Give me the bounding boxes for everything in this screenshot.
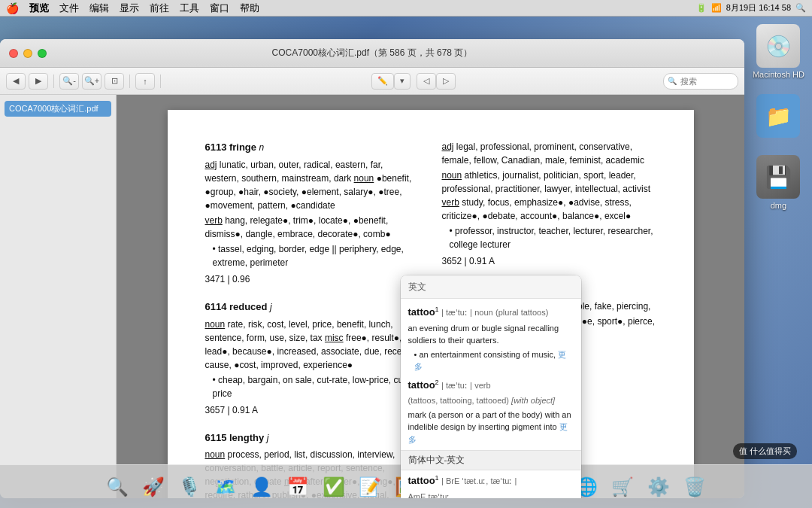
dmg-label: dmg xyxy=(771,201,786,210)
col2-verb-label: verb xyxy=(442,197,459,208)
dock-maps[interactable]: 🗺️ xyxy=(209,470,242,503)
entry-num-6114: 6114 xyxy=(205,301,227,312)
desktop: 💿 Macintosh HD 📁 💾 dmg COCA7000核心词汇.pdf（… xyxy=(0,17,812,508)
fringe-noun-label: noun xyxy=(354,173,374,184)
dock-reminders[interactable]: ✅ xyxy=(317,470,350,503)
search-icon: 🔍 xyxy=(668,77,677,85)
entry-line-fringe-adj: adj lunatic, urban, outer, radical, east… xyxy=(205,158,420,212)
entry-word-fringe: fringe xyxy=(229,141,256,153)
toolbar-zoom-out[interactable]: 🔍- xyxy=(59,73,79,90)
menu-help[interactable]: 帮助 xyxy=(240,2,259,15)
traffic-lights xyxy=(9,49,47,58)
dict-cn-pron-br: | BrE ˈtæt.uː, tæˈtuː | xyxy=(441,476,517,485)
dict-entry-cn-1: tattoo1 | BrE ˈtæt.uː, tæˈtuː | AmE tæˈt… xyxy=(408,473,574,498)
toolbar-sep3 xyxy=(160,75,161,88)
entry-word-reduced: reduced xyxy=(229,301,268,312)
toolbar-back[interactable]: ◀ xyxy=(6,73,26,90)
dict-word-2: tattoo xyxy=(408,379,435,391)
sidebar: COCA7000核心词汇.pdf xyxy=(0,95,117,498)
menu-preview[interactable]: 预览 xyxy=(29,2,49,15)
desktop-icon-folder[interactable]: 📁 xyxy=(756,94,800,140)
fringe-adj-label: adj xyxy=(205,160,217,170)
col2-noun-label: noun xyxy=(442,170,462,181)
pdf-page: 6113 fringe n adj lunatic, urban, outer,… xyxy=(168,110,694,498)
entry-num-6113: 6113 xyxy=(205,141,227,153)
toolbar-prev-page[interactable]: ◁ xyxy=(417,73,436,90)
dict-cn-super-1: 1 xyxy=(435,474,439,482)
toolbar-fit[interactable]: ⊡ xyxy=(105,73,124,90)
menu-view[interactable]: 显示 xyxy=(120,2,139,15)
dict-def-1b: • an entertainment consisting of music, … xyxy=(414,348,574,373)
pdf-window: COCA7000核心词汇.pdf（第 586 页，共 678 页） ◀ ▶ 🔍-… xyxy=(0,39,744,498)
desktop-icon-dmg[interactable]: 💾 dmg xyxy=(756,155,800,210)
close-button[interactable] xyxy=(9,49,18,58)
entry-line-reduced-noun: noun rate, risk, cost, level, price, ben… xyxy=(205,318,420,372)
fringe-verb-label: verb xyxy=(205,215,223,226)
title-bar: COCA7000核心词汇.pdf（第 586 页，共 678 页） xyxy=(0,39,744,68)
menu-window[interactable]: 窗口 xyxy=(210,2,229,15)
dict-word-1: tattoo xyxy=(408,306,435,318)
toolbar-annot[interactable]: ✏️ xyxy=(371,73,394,90)
entry-word-lengthy: lengthy xyxy=(229,432,264,443)
reduced-misc-label: misc xyxy=(325,333,344,343)
dock-siri[interactable]: 🎙️ xyxy=(173,470,206,503)
menubar: 🍎 预览 文件 编辑 显示 前往 工具 窗口 帮助 🔋 📶 8月19日 16:1… xyxy=(0,0,812,17)
entry-col2-top: adj legal, professional, prominent, cons… xyxy=(442,140,656,268)
dict-cn-word-1: tattoo xyxy=(408,475,435,486)
dmg-icon: 💾 xyxy=(756,155,800,199)
pdf-content[interactable]: 6113 fringe n adj lunatic, urban, outer,… xyxy=(117,95,744,498)
toolbar-sep1 xyxy=(53,75,54,88)
toolbar-zoom-in[interactable]: 🔍+ xyxy=(82,73,102,90)
dict-plural-1: (plural tattoos) xyxy=(495,308,548,317)
menu-tools[interactable]: 工具 xyxy=(180,2,199,15)
toolbar-share[interactable]: ↑ xyxy=(135,73,155,90)
dict-def-2a: mark (a person or a part of the body) wi… xyxy=(408,409,574,446)
apple-menu[interactable]: 🍎 xyxy=(6,2,19,14)
entry-pos-reduced: j xyxy=(270,302,272,312)
maximize-button[interactable] xyxy=(38,49,47,58)
menu-file[interactable]: 文件 xyxy=(59,2,79,15)
toolbar-next-page[interactable]: ▷ xyxy=(436,73,456,90)
dict-pron-2: | tæˈtuː | xyxy=(441,381,472,390)
minimize-button[interactable] xyxy=(23,49,32,58)
entry-pos-fringe: n xyxy=(259,142,265,153)
dock-trash[interactable]: 🗑️ xyxy=(678,470,711,503)
entry-6114: 6114 reduced j noun rate, risk, cost, le… xyxy=(205,300,420,417)
dock-finder[interactable]: 🔍 xyxy=(101,470,134,503)
desktop-icon-hdd[interactable]: 💿 Macintosh HD xyxy=(753,24,804,79)
hdd-label: Macintosh HD xyxy=(753,70,804,79)
reduced-stats: 3657 | 0.91 A xyxy=(205,403,420,417)
window-title: COCA7000核心词汇.pdf（第 586 页，共 678 页） xyxy=(272,47,473,59)
folder-icon: 📁 xyxy=(756,94,800,138)
menubar-wifi: 📶 xyxy=(711,3,722,13)
lengthy-noun-label: noun xyxy=(205,449,226,460)
menubar-battery: 🔋 xyxy=(696,3,707,13)
col2-adj-line: adj legal, professional, prominent, cons… xyxy=(442,140,656,167)
dict-conj: (tattoos, tattooing, tattooed) [with obj… xyxy=(408,394,574,407)
dock-notes[interactable]: 📝 xyxy=(353,470,386,503)
dict-pos-1: noun xyxy=(474,308,492,317)
toolbar-annot2[interactable]: ▾ xyxy=(394,73,411,90)
sidebar-item-pdf[interactable]: COCA7000核心词汇.pdf xyxy=(5,101,111,117)
col2-adj-label: adj xyxy=(442,141,454,152)
hdd-icon: 💿 xyxy=(756,24,800,68)
dock-contacts[interactable]: 👤 xyxy=(245,470,278,503)
fringe-stats: 3471 | 0.96 xyxy=(205,272,420,286)
dict-pos-2: verb xyxy=(474,381,490,390)
menubar-time: 8月19日 16:14 58 xyxy=(726,2,791,14)
toolbar-forward[interactable]: ▶ xyxy=(29,73,48,90)
menu-goto[interactable]: 前往 xyxy=(150,2,169,15)
dict-header-en: 英文 xyxy=(401,275,581,299)
dock-settings[interactable]: ⚙️ xyxy=(642,470,675,503)
reduced-bullet1: • cheap, bargain, on sale, cut-rate, low… xyxy=(213,373,420,400)
dict-entry-en-2: tattoo2 | tæˈtuː | verb (tattoos, tattoo… xyxy=(408,378,574,446)
dict-body: tattoo1 | tæˈtuː | noun (plural tattoos)… xyxy=(401,299,581,498)
col2-noun-line: noun athletics, journalist, politician, … xyxy=(442,169,656,223)
dock-calendar[interactable]: 📅 xyxy=(281,470,314,503)
menubar-search-icon[interactable]: 🔍 xyxy=(795,3,806,13)
dock-appstore[interactable]: 🛒 xyxy=(606,470,639,503)
dict-super-2: 2 xyxy=(435,379,439,386)
desktop-icons: 💿 Macintosh HD 📁 💾 dmg xyxy=(753,24,804,210)
menu-edit[interactable]: 编辑 xyxy=(89,2,109,15)
dock-launchpad[interactable]: 🚀 xyxy=(137,470,170,503)
